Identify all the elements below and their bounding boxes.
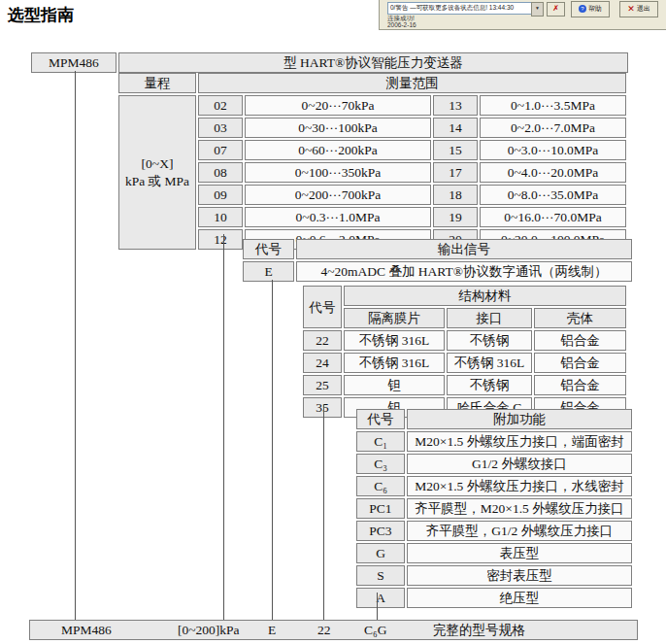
range-code: 17: [433, 162, 478, 183]
device-status-combobox[interactable]: 0/警告 —可获取更多设备状态信息! 13:44:30: [387, 2, 533, 15]
range-value: 0~2.0···7.0MPa: [480, 118, 626, 138]
table-row: 25 钽 不锈钢 铝合金: [303, 375, 626, 395]
range-code: 13: [433, 95, 478, 116]
port-value: 不锈钢 316L: [447, 353, 532, 373]
range-code: 12: [198, 229, 243, 250]
function-desc: 绝压型: [407, 588, 632, 608]
range-label-line1: [0~X]: [121, 155, 193, 173]
table-row: C₆ M20×1.5 外螺纹压力接口，水线密封: [356, 476, 632, 496]
range-value: 0~3.0···10.0MPa: [480, 140, 626, 160]
diaphragm-value: 不锈钢 316L: [344, 353, 445, 373]
page-title: 选型指南: [8, 4, 74, 26]
model-summary-band: MPM486 [0~200]kPa E 22 C₆G 完整的型号规格: [29, 620, 638, 640]
range-label-line2: kPa 或 MPa: [121, 173, 193, 190]
function-desc: M20×1.5 外螺纹压力接口，水线密封: [407, 476, 632, 496]
range-code: 07: [198, 140, 243, 160]
range-value: 0~16.0···70.0MPa: [480, 207, 626, 227]
table-row: [0~X] kPa 或 MPa 02 0~20···70kPa 13 0~1.0…: [118, 95, 626, 116]
port-header: 接口: [447, 308, 532, 328]
table-row: G 表压型: [356, 543, 632, 563]
summary-material: 22: [317, 621, 331, 639]
range-value: 0~1.0···3.5MPa: [480, 95, 626, 116]
structure-code: 25: [303, 375, 342, 395]
range-code: 19: [433, 207, 478, 227]
code-header: 代号: [303, 286, 342, 328]
function-code: S: [356, 565, 405, 586]
code-header: 代号: [356, 409, 405, 429]
help-icon: ?: [579, 5, 586, 13]
function-code: PC1: [356, 498, 405, 519]
status-dialog: 0/警告 —可获取更多设备状态信息! 13:44:30 ▼ ✗ ?帮助 ✕退出 …: [379, 0, 666, 30]
range-code: 09: [198, 185, 243, 205]
function-code: PC3: [356, 521, 405, 541]
help-button-label: 帮助: [588, 5, 602, 12]
exit-icon: ✕: [627, 3, 635, 16]
additional-function-header: 附加功能: [407, 409, 632, 429]
housing-value: 铝合金: [534, 330, 626, 351]
diaphragm-value: 钽: [344, 375, 445, 395]
range-code: 10: [198, 207, 243, 227]
range-value: 0~4.0···20.0MPa: [480, 162, 626, 183]
connector-line-structure: [323, 404, 324, 620]
connection-date-text: 2006-2-16: [387, 21, 416, 28]
product-title-cell: 型 HART®协议智能压力变送器: [118, 52, 628, 73]
connection-status-text: 连接成功!: [387, 15, 415, 21]
table-row: C₁ M20×1.5 外螺纹压力接口，端面密封: [356, 431, 632, 452]
summary-extra: C₆G: [364, 621, 386, 639]
structure-material-table: 代号 结构材料 隔离膜片 接口 壳体 22 不锈钢 316L 不锈钢 铝合金 2…: [301, 284, 628, 420]
connector-line-output: [272, 280, 273, 620]
range-code: 15: [433, 140, 478, 160]
range-label-cell: [0~X] kPa 或 MPa: [118, 95, 196, 250]
output-signal-desc: 4~20mADC 叠加 HART®协议数字通讯（两线制）: [296, 261, 632, 282]
structure-group-header: 结构材料: [344, 286, 626, 306]
range-value: 0~20···70kPa: [245, 95, 431, 116]
range-code: 02: [198, 95, 243, 116]
model-code-cell: MPM486: [31, 52, 117, 73]
function-desc: 密封表压型: [407, 565, 632, 586]
summary-range: [0~200]kPa: [178, 621, 240, 639]
exit-button[interactable]: ✕退出: [619, 1, 658, 17]
structure-code: 24: [303, 353, 342, 373]
table-row: 隔离膜片 接口 壳体: [303, 308, 626, 328]
function-code: C₆: [356, 476, 405, 496]
structure-code: 22: [303, 330, 342, 351]
table-row: A 绝压型: [356, 588, 632, 608]
table-row: E 4~20mADC 叠加 HART®协议数字通讯（两线制）: [243, 261, 632, 282]
measure-range-table: 量程 测量范围 [0~X] kPa 或 MPa 02 0~20···70kPa …: [117, 71, 628, 252]
table-row: 量程 测量范围: [118, 73, 626, 93]
function-code: A: [356, 588, 405, 608]
table-row: 代号 结构材料: [303, 286, 626, 306]
output-code: E: [243, 261, 294, 282]
housing-value: 铝合金: [534, 375, 626, 395]
clear-status-button[interactable]: ✗: [547, 2, 565, 17]
table-row: C₃ G1/2 外螺纹接口: [356, 454, 632, 474]
table-row: PC1 齐平膜型，M20×1.5 外螺纹压力接口: [356, 498, 632, 519]
output-signal-table: 代号 输出信号 E 4~20mADC 叠加 HART®协议数字通讯（两线制）: [241, 237, 634, 284]
diaphragm-header: 隔离膜片: [344, 308, 445, 328]
housing-value: 铝合金: [534, 353, 626, 373]
help-button[interactable]: ?帮助: [571, 1, 610, 17]
range-code: 18: [433, 185, 478, 205]
function-desc: 表压型: [407, 543, 632, 563]
table-row: MPM486 型 HART®协议智能压力变送器: [31, 52, 628, 73]
range-value: 0~8.0···35.0MPa: [480, 185, 626, 205]
code-header: 代号: [243, 239, 294, 259]
range-code: 03: [198, 118, 243, 138]
port-value: 不锈钢: [447, 330, 532, 351]
combobox-dropdown-arrow-icon[interactable]: ▼: [531, 2, 544, 17]
range-value: 0~100···350kPa: [245, 162, 431, 183]
diaphragm-value: 不锈钢 316L: [344, 330, 445, 351]
summary-model: MPM486: [61, 621, 112, 639]
table-row: S 密封表压型: [356, 565, 632, 586]
connector-line-extra: [377, 593, 378, 620]
table-row: PC3 齐平膜型，G1/2 外螺纹压力接口: [356, 521, 632, 541]
range-code: 14: [433, 118, 478, 138]
exit-button-label: 退出: [637, 5, 650, 12]
function-desc: 齐平膜型，G1/2 外螺纹压力接口: [407, 521, 632, 541]
table-row: 代号 输出信号: [243, 239, 632, 259]
summary-note: 完整的型号规格: [433, 621, 525, 639]
structure-code: 35: [303, 397, 342, 418]
range-value: 0~200···700kPa: [245, 185, 431, 205]
connector-line-model: [75, 71, 76, 620]
measure-range-header: 测量范围: [198, 73, 626, 93]
